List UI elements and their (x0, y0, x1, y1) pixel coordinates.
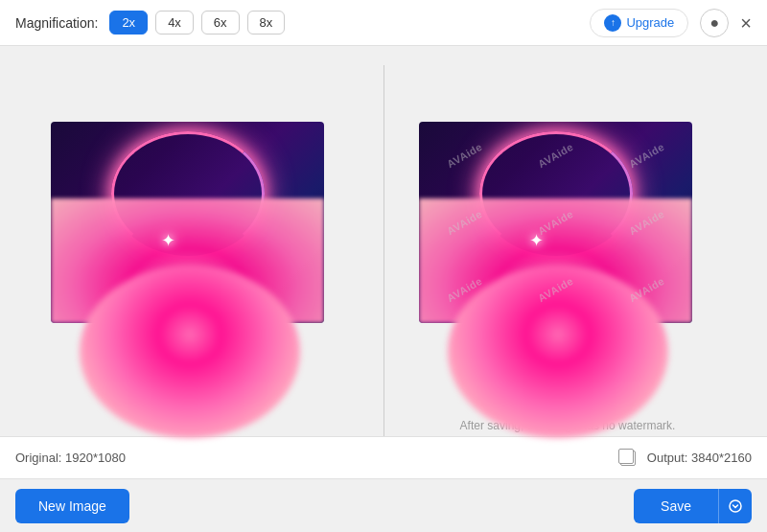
output-image-container: ✦ AVAide AVAide AVAide AVAide AVAide AVA… (419, 122, 716, 381)
save-dropdown-button[interactable] (718, 489, 752, 523)
original-panel: ✦ (15, 65, 384, 436)
clouds-front (80, 266, 300, 438)
svg-point-0 (730, 500, 741, 512)
magnification-label: Magnification: (15, 15, 98, 31)
save-button[interactable]: Save (634, 489, 718, 523)
panels-wrapper: ✦ ✦ AVAide AVAide AVAide (15, 65, 752, 436)
upgrade-label: Upgrade (626, 15, 674, 30)
original-info-text: Original: 1920*1080 (15, 451, 609, 465)
footer-bar: New Image Save (0, 478, 767, 532)
mag-2x-button[interactable]: 2x (109, 11, 148, 35)
mag-8x-button[interactable]: 8x (247, 11, 286, 35)
output-clouds-front (448, 266, 668, 438)
chevron-down-icon (729, 499, 742, 513)
mag-4x-button[interactable]: 4x (155, 11, 194, 35)
output-info-text: Output: 3840*2160 (647, 451, 752, 465)
sparkle-icon: ✦ (161, 230, 175, 251)
main-area: ✦ ✦ AVAide AVAide AVAide (0, 46, 767, 436)
close-button[interactable]: × (740, 13, 752, 33)
output-panel: ✦ AVAide AVAide AVAide AVAide AVAide AVA… (384, 65, 752, 436)
original-image-container: ✦ (51, 122, 348, 381)
status-bar: Original: 1920*1080 Output: 3840*2160 (0, 436, 767, 478)
save-button-group: Save (634, 489, 752, 523)
copy-icon[interactable] (620, 451, 636, 466)
header-bar: Magnification: 2x 4x 6x 8x ↑ Upgrade ● × (0, 0, 767, 46)
mag-6x-button[interactable]: 6x (201, 11, 240, 35)
header-right: ↑ Upgrade ● × (590, 9, 752, 37)
upgrade-button[interactable]: ↑ Upgrade (590, 9, 688, 37)
new-image-button[interactable]: New Image (15, 489, 129, 523)
user-avatar-icon[interactable]: ● (700, 9, 729, 37)
upgrade-icon: ↑ (604, 14, 621, 32)
output-sparkle-icon: ✦ (529, 230, 544, 251)
